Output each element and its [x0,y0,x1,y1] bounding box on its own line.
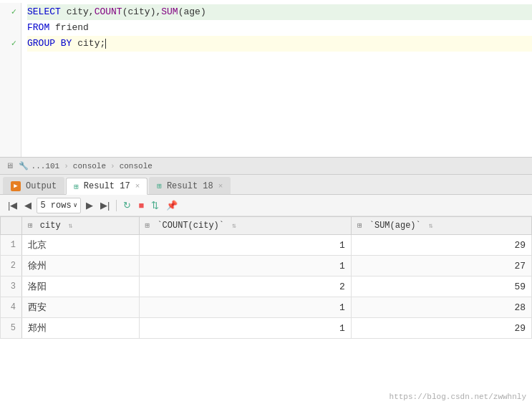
tab-result18[interactable]: ⊞ Result 18 × [149,177,231,194]
rows-chevron: ∨ [74,201,77,209]
sort-icon-count[interactable]: ⇅ [232,222,236,230]
table-row: 3洛阳259 [1,276,532,297]
table-body: 1北京1292徐州1273洛阳2594西安1285郑州129 [1,235,532,339]
cell-city: 西安 [22,297,140,318]
line-gutter: ✓ ✓ [0,3,21,157]
code-editor[interactable]: ✓ ✓ SELECT city,COUNT(city),SUM(age) FRO… [0,0,532,158]
divider-1 [116,200,117,211]
cell-count: 1 [139,235,351,256]
breadcrumb-console1: console [73,162,106,170]
table-row: 1北京129 [1,235,532,256]
first-page-button[interactable]: |◀ [6,199,19,211]
output-icon: ▶ [11,181,21,191]
cell-sum: 28 [351,297,531,318]
check-icon-3: ✓ [11,36,16,52]
tab-output-label: Output [26,181,57,191]
tab-result18-close[interactable]: × [218,182,223,191]
th-city[interactable]: ⊞ city ⇅ [22,217,140,235]
cell-sum: 29 [351,318,531,339]
cell-city: 郑州 [22,318,140,339]
cell-city: 洛阳 [22,276,140,297]
last-page-button[interactable]: ▶| [98,199,112,211]
breadcrumb-icons: 🖥 🔧 [6,161,29,170]
table-header-row: ⊞ city ⇅ ⊞ `COUNT(city)` ⇅ ⊞ `SUM(age)` … [1,217,532,235]
cell-city: 徐州 [22,256,140,276]
sort-icon-city[interactable]: ⇅ [69,222,73,230]
breadcrumb-sep2: › [110,162,115,170]
col-icon-sum: ⊞ [357,221,362,230]
code-content[interactable]: SELECT city,COUNT(city),SUM(age) FROM fr… [21,3,532,157]
bottom-panel: 🖥 🔧 ...101 › console › console ▶ Output … [0,158,532,404]
tab-result18-label: Result 18 [167,181,213,191]
cell-sum: 29 [351,235,531,256]
rows-select[interactable]: 5 rows ∨ [37,198,81,213]
code-line-3: GROUP BY city; [27,36,532,52]
col-icon-city: ⊞ [28,221,33,230]
cell-rownum: 3 [1,276,22,297]
table-row: 4西安128 [1,297,532,318]
cell-sum: 27 [351,256,531,276]
check-icon-1: ✓ [11,4,16,20]
export-button[interactable]: ⇅ [149,199,161,211]
watermark: https://blog.csdn.net/zwwhnly [390,393,526,401]
th-sum-label: `SUM(age)` [369,221,421,231]
results-table: ⊞ city ⇅ ⊞ `COUNT(city)` ⇅ ⊞ `SUM(age)` … [0,216,532,339]
line-num-2 [13,20,18,36]
grid-icon-18: ⊞ [157,181,162,191]
code-line-1: SELECT city,COUNT(city),SUM(age) [27,4,532,20]
result-tabs: ▶ Output ⊞ Result 17 × ⊞ Result 18 × [0,175,532,195]
breadcrumb-console2: console [120,162,153,170]
code-line-2: FROM friend [27,20,532,36]
cell-rownum: 2 [1,256,22,276]
th-rownum [1,217,22,235]
tab-result17-label: Result 17 [84,181,130,191]
stop-button[interactable]: ■ [136,199,146,211]
tab-result17-close[interactable]: × [135,182,140,191]
table-row: 2徐州127 [1,256,532,276]
cell-rownum: 5 [1,318,22,339]
th-city-label: city [40,221,61,231]
cell-rownum: 1 [1,235,22,256]
cell-count: 1 [139,256,351,276]
results-table-area[interactable]: ⊞ city ⇅ ⊞ `COUNT(city)` ⇅ ⊞ `SUM(age)` … [0,216,532,404]
next-page-button[interactable]: ▶ [84,199,95,211]
pin-button[interactable]: 📌 [164,199,180,211]
th-count-label: `COUNT(city)` [157,221,224,231]
tab-output[interactable]: ▶ Output [3,177,64,194]
th-sum-age[interactable]: ⊞ `SUM(age)` ⇅ [351,217,531,235]
nav-toolbar: |◀ ◀ 5 rows ∨ ▶ ▶| ↻ ■ ⇅ 📌 [0,195,532,216]
sort-icon-sum[interactable]: ⇅ [429,222,433,230]
table-row: 5郑州129 [1,318,532,339]
tab-result17[interactable]: ⊞ Result 17 × [66,178,147,195]
refresh-button[interactable]: ↻ [121,199,133,211]
cell-count: 1 [139,297,351,318]
th-count-city[interactable]: ⊞ `COUNT(city)` ⇅ [139,217,351,235]
breadcrumb-sep1: › [64,162,69,170]
cell-count: 1 [139,318,351,339]
grid-icon-17: ⊞ [74,182,79,191]
rows-label: 5 rows [40,201,71,211]
cell-rownum: 4 [1,297,22,318]
cell-sum: 59 [351,276,531,297]
col-icon-count: ⊞ [145,221,150,230]
panel-breadcrumb: 🖥 🔧 ...101 › console › console [0,158,532,175]
cell-city: 北京 [22,235,140,256]
prev-page-button[interactable]: ◀ [22,199,34,211]
breadcrumb-host: ...101 [32,162,60,170]
cell-count: 2 [139,276,351,297]
